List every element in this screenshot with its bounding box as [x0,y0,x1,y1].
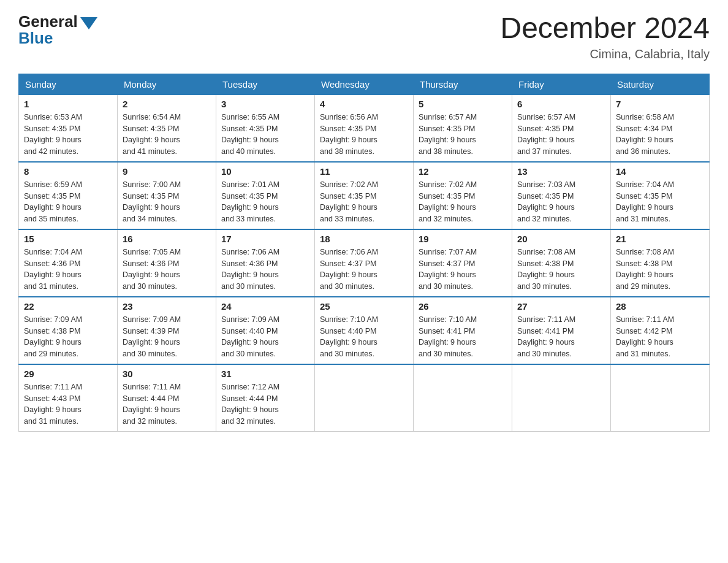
day-number: 2 [123,99,211,109]
logo-blue-text: Blue [18,29,53,48]
day-number: 29 [24,369,112,379]
day-number: 17 [221,234,309,244]
header-friday: Friday [512,74,611,94]
day-info: Sunrise: 7:01 AM Sunset: 4:35 PM Dayligh… [221,179,309,225]
day-number: 16 [123,234,211,244]
day-info: Sunrise: 7:11 AM Sunset: 4:41 PM Dayligh… [517,314,605,360]
table-row: 11 Sunrise: 7:02 AM Sunset: 4:35 PM Dayl… [315,162,414,229]
calendar-week-row: 1 Sunrise: 6:53 AM Sunset: 4:35 PM Dayli… [19,94,710,162]
table-row: 18 Sunrise: 7:06 AM Sunset: 4:37 PM Dayl… [315,229,414,297]
header-monday: Monday [118,74,216,94]
day-info: Sunrise: 6:54 AM Sunset: 4:35 PM Dayligh… [123,112,211,158]
day-number: 13 [517,166,605,177]
table-row: 4 Sunrise: 6:56 AM Sunset: 4:35 PM Dayli… [315,94,414,162]
day-number: 24 [221,301,309,312]
day-number: 5 [419,99,507,109]
day-info: Sunrise: 7:02 AM Sunset: 4:35 PM Dayligh… [419,179,507,225]
table-row: 21 Sunrise: 7:08 AM Sunset: 4:38 PM Dayl… [611,229,710,297]
table-row: 22 Sunrise: 7:09 AM Sunset: 4:38 PM Dayl… [19,297,118,364]
day-info: Sunrise: 6:59 AM Sunset: 4:35 PM Dayligh… [24,179,112,225]
logo: General Blue [18,12,97,48]
day-info: Sunrise: 7:11 AM Sunset: 4:44 PM Dayligh… [123,381,211,427]
table-row: 5 Sunrise: 6:57 AM Sunset: 4:35 PM Dayli… [414,94,512,162]
day-number: 11 [320,166,408,177]
day-number: 3 [221,99,309,109]
day-info: Sunrise: 7:08 AM Sunset: 4:38 PM Dayligh… [616,247,704,293]
day-info: Sunrise: 7:12 AM Sunset: 4:44 PM Dayligh… [221,381,309,427]
calendar-table: Sunday Monday Tuesday Wednesday Thursday… [18,74,710,432]
day-number: 4 [320,99,408,109]
calendar-header-row: Sunday Monday Tuesday Wednesday Thursday… [19,74,710,94]
table-row: 19 Sunrise: 7:07 AM Sunset: 4:37 PM Dayl… [414,229,512,297]
day-number: 30 [123,369,211,379]
table-row [512,364,611,432]
table-row: 1 Sunrise: 6:53 AM Sunset: 4:35 PM Dayli… [19,94,118,162]
day-number: 14 [616,166,704,177]
table-row: 6 Sunrise: 6:57 AM Sunset: 4:35 PM Dayli… [512,94,611,162]
day-number: 31 [221,369,309,379]
day-number: 20 [517,234,605,244]
table-row: 7 Sunrise: 6:58 AM Sunset: 4:34 PM Dayli… [611,94,710,162]
day-info: Sunrise: 7:06 AM Sunset: 4:36 PM Dayligh… [221,247,309,293]
table-row: 16 Sunrise: 7:05 AM Sunset: 4:36 PM Dayl… [118,229,216,297]
day-info: Sunrise: 7:04 AM Sunset: 4:36 PM Dayligh… [24,247,112,293]
calendar-week-row: 22 Sunrise: 7:09 AM Sunset: 4:38 PM Dayl… [19,297,710,364]
table-row: 25 Sunrise: 7:10 AM Sunset: 4:40 PM Dayl… [315,297,414,364]
day-number: 21 [616,234,704,244]
day-info: Sunrise: 7:05 AM Sunset: 4:36 PM Dayligh… [123,247,211,293]
table-row: 27 Sunrise: 7:11 AM Sunset: 4:41 PM Dayl… [512,297,611,364]
day-info: Sunrise: 6:53 AM Sunset: 4:35 PM Dayligh… [24,112,112,158]
table-row: 26 Sunrise: 7:10 AM Sunset: 4:41 PM Dayl… [414,297,512,364]
table-row: 20 Sunrise: 7:08 AM Sunset: 4:38 PM Dayl… [512,229,611,297]
day-number: 8 [24,166,112,177]
table-row: 10 Sunrise: 7:01 AM Sunset: 4:35 PM Dayl… [216,162,315,229]
day-number: 10 [221,166,309,177]
day-info: Sunrise: 7:11 AM Sunset: 4:43 PM Dayligh… [24,381,112,427]
header-saturday: Saturday [611,74,710,94]
table-row: 13 Sunrise: 7:03 AM Sunset: 4:35 PM Dayl… [512,162,611,229]
day-number: 23 [123,301,211,312]
day-number: 22 [24,301,112,312]
day-info: Sunrise: 7:10 AM Sunset: 4:40 PM Dayligh… [320,314,408,360]
day-info: Sunrise: 6:56 AM Sunset: 4:35 PM Dayligh… [320,112,408,158]
day-number: 28 [616,301,704,312]
day-info: Sunrise: 6:55 AM Sunset: 4:35 PM Dayligh… [221,112,309,158]
table-row: 31 Sunrise: 7:12 AM Sunset: 4:44 PM Dayl… [216,364,315,432]
day-info: Sunrise: 7:08 AM Sunset: 4:38 PM Dayligh… [517,247,605,293]
day-info: Sunrise: 7:04 AM Sunset: 4:35 PM Dayligh… [616,179,704,225]
table-row: 29 Sunrise: 7:11 AM Sunset: 4:43 PM Dayl… [19,364,118,432]
day-number: 7 [616,99,704,109]
day-number: 18 [320,234,408,244]
day-info: Sunrise: 7:00 AM Sunset: 4:35 PM Dayligh… [123,179,211,225]
day-number: 12 [419,166,507,177]
header-thursday: Thursday [414,74,512,94]
day-number: 19 [419,234,507,244]
header-wednesday: Wednesday [315,74,414,94]
month-title: December 2024 [500,12,710,45]
header-tuesday: Tuesday [216,74,315,94]
page-header: General Blue December 2024 Cimina, Calab… [18,12,710,61]
table-row: 30 Sunrise: 7:11 AM Sunset: 4:44 PM Dayl… [118,364,216,432]
day-info: Sunrise: 7:10 AM Sunset: 4:41 PM Dayligh… [419,314,507,360]
table-row: 2 Sunrise: 6:54 AM Sunset: 4:35 PM Dayli… [118,94,216,162]
table-row: 14 Sunrise: 7:04 AM Sunset: 4:35 PM Dayl… [611,162,710,229]
day-info: Sunrise: 7:07 AM Sunset: 4:37 PM Dayligh… [419,247,507,293]
table-row: 9 Sunrise: 7:00 AM Sunset: 4:35 PM Dayli… [118,162,216,229]
day-number: 9 [123,166,211,177]
calendar-week-row: 15 Sunrise: 7:04 AM Sunset: 4:36 PM Dayl… [19,229,710,297]
table-row: 8 Sunrise: 6:59 AM Sunset: 4:35 PM Dayli… [19,162,118,229]
table-row: 12 Sunrise: 7:02 AM Sunset: 4:35 PM Dayl… [414,162,512,229]
day-info: Sunrise: 6:58 AM Sunset: 4:34 PM Dayligh… [616,112,704,158]
location-title: Cimina, Calabria, Italy [500,47,710,61]
day-info: Sunrise: 7:02 AM Sunset: 4:35 PM Dayligh… [320,179,408,225]
table-row [414,364,512,432]
day-info: Sunrise: 7:09 AM Sunset: 4:40 PM Dayligh… [221,314,309,360]
day-number: 26 [419,301,507,312]
table-row: 23 Sunrise: 7:09 AM Sunset: 4:39 PM Dayl… [118,297,216,364]
day-info: Sunrise: 7:03 AM Sunset: 4:35 PM Dayligh… [517,179,605,225]
table-row: 15 Sunrise: 7:04 AM Sunset: 4:36 PM Dayl… [19,229,118,297]
day-info: Sunrise: 7:06 AM Sunset: 4:37 PM Dayligh… [320,247,408,293]
day-info: Sunrise: 6:57 AM Sunset: 4:35 PM Dayligh… [419,112,507,158]
logo-arrow-icon [80,17,97,29]
day-number: 27 [517,301,605,312]
